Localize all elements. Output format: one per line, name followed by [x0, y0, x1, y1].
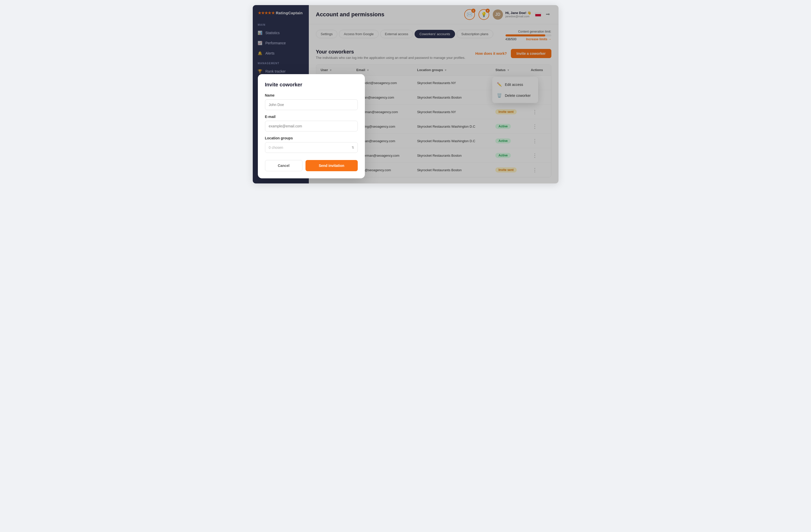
row-actions-button[interactable]: ⋮ — [531, 123, 539, 130]
sidebar-section-management: MANAGEMENT — [253, 58, 309, 66]
row-actions-button[interactable]: ⋮ — [531, 138, 539, 144]
limit-fill — [505, 34, 546, 36]
cell-status: Active — [491, 119, 526, 134]
email-label: E-mail — [265, 115, 358, 119]
cell-status: Invite sent — [491, 163, 526, 177]
limit-info: 438/500 Increase limits → — [505, 37, 551, 41]
topbar: Account and permissions ✉️ 2 💡 4 JD Hi, … — [309, 5, 558, 24]
col-status[interactable]: Status ▾ — [491, 64, 526, 76]
notifications-button[interactable]: ✉️ 2 — [464, 9, 475, 20]
language-flag[interactable] — [535, 13, 541, 17]
row-actions-button[interactable]: ⋮ — [531, 109, 539, 115]
ctx-edit-access[interactable]: ✏️ Edit access — [492, 79, 538, 90]
ctx-delete-coworker[interactable]: 🗑️ Delete coworker — [492, 90, 538, 101]
name-field: Name — [265, 93, 358, 110]
content-limit-bar: Content generation limit: 438/500 Increa… — [505, 30, 551, 41]
cell-location: Skyrocket Restaurants Washington D.C — [413, 119, 491, 134]
email-input[interactable] — [265, 121, 358, 132]
logout-button[interactable]: ⮕ — [545, 11, 551, 18]
tips-button[interactable]: 💡 4 — [478, 9, 489, 20]
tab-external[interactable]: External access — [380, 30, 413, 38]
cell-location: Skyrocket Restaurants NY — [413, 76, 491, 90]
app-wrapper: ★★★★★ RatingCaptain MAIN 📊 Statistics 📈 … — [253, 5, 558, 183]
status-badge: Active — [495, 124, 510, 129]
col-location[interactable]: Location groups ▾ — [413, 64, 491, 76]
cell-status: Active — [491, 134, 526, 148]
page-title: Account and permissions — [316, 11, 384, 18]
user-email: janedoe@mail.com — [505, 15, 532, 18]
edit-icon: ✏️ — [497, 82, 502, 87]
cell-location: Skyrocket Restaurants Boston — [413, 148, 491, 163]
cell-actions: ⋮ — [526, 163, 551, 177]
status-badge: Active — [495, 153, 510, 158]
tips-badge: 4 — [486, 9, 490, 13]
alerts-icon: 🔔 — [258, 51, 262, 56]
table-head: User ▾ Email ▾ Location groups ▾ Status … — [316, 64, 551, 76]
sidebar-item-alerts[interactable]: 🔔 Alerts — [253, 48, 309, 58]
row-actions-button[interactable]: ⋮ — [531, 152, 539, 158]
cell-actions: ⋮ — [526, 148, 551, 163]
tab-subscription[interactable]: Subscription plans — [457, 30, 493, 38]
topbar-right: ✉️ 2 💡 4 JD Hi, Jane Doe! 👋 janedoe@mail… — [464, 9, 551, 20]
name-label: Name — [265, 93, 358, 97]
modal-footer: Cancel Send invitation — [265, 160, 358, 171]
name-input[interactable] — [265, 100, 358, 110]
sidebar-logo: ★★★★★ RatingCaptain — [253, 5, 309, 20]
status-badge: Invite sent — [495, 167, 517, 172]
section-title-area: Your coworkers The individuals who can l… — [316, 49, 465, 60]
sidebar-item-label: Rank tracker — [265, 69, 286, 73]
increase-limits-link[interactable]: Increase limits → — [526, 37, 551, 41]
status-badge: Active — [495, 138, 510, 143]
limit-count: 438/500 — [505, 37, 517, 41]
tabs-row: Settings Access from Google External acc… — [316, 30, 493, 38]
tab-coworkers[interactable]: Coworkers' accounts — [415, 30, 455, 38]
cell-location: Skyrocket Restaurants Washington D.C — [413, 134, 491, 148]
sidebar-section-main: MAIN — [253, 20, 309, 28]
delete-icon: 🗑️ — [497, 93, 502, 98]
performance-icon: 📈 — [258, 41, 262, 45]
limit-track — [505, 34, 551, 36]
ctx-delete-label: Delete coworker — [505, 93, 531, 97]
cell-location: Skyrocket Restaurants Boston — [413, 163, 491, 177]
sidebar-item-label: Performance — [265, 41, 286, 45]
location-select-wrapper: 0 chosen ⇅ — [265, 142, 358, 153]
tab-settings[interactable]: Settings — [316, 30, 338, 38]
avatar: JD — [493, 10, 503, 20]
invite-coworker-modal: Invite coworker Name E-mail Location gro… — [258, 74, 365, 178]
section-header: Your coworkers The individuals who can l… — [316, 49, 551, 60]
send-invitation-button[interactable]: Send invitation — [306, 160, 358, 171]
col-actions: Actions — [526, 64, 551, 76]
tab-google[interactable]: Access from Google — [339, 30, 378, 38]
user-name: Hi, Jane Doe! 👋 — [505, 11, 532, 15]
sidebar-item-statistics[interactable]: 📊 Statistics — [253, 28, 309, 38]
cell-status: Invite sent — [491, 105, 526, 119]
ctx-edit-label: Edit access — [505, 82, 523, 87]
location-select[interactable]: 0 chosen — [265, 142, 358, 153]
cell-location: Skyrocket Restaurants NY — [413, 105, 491, 119]
col-email[interactable]: Email ▾ — [352, 64, 413, 76]
row-actions-button[interactable]: ⋮ — [531, 167, 539, 173]
cell-actions: ⋮ — [526, 119, 551, 134]
section-actions: How does it work? Invite a coworker — [475, 49, 551, 58]
status-badge: Invite sent — [495, 109, 517, 115]
section-description: The individuals who can log into the app… — [316, 56, 465, 60]
cell-actions: ⋮ — [526, 134, 551, 148]
email-field: E-mail — [265, 115, 358, 132]
location-field: Location groups 0 chosen ⇅ — [265, 136, 358, 153]
location-label: Location groups — [265, 136, 358, 140]
statistics-icon: 📊 — [258, 31, 262, 35]
rank-tracker-icon: 🏆 — [258, 69, 262, 74]
invite-coworker-button[interactable]: Invite a coworker — [511, 49, 551, 58]
user-info: Hi, Jane Doe! 👋 janedoe@mail.com — [505, 11, 532, 18]
col-user[interactable]: User ▾ — [316, 64, 352, 76]
cancel-button[interactable]: Cancel — [265, 160, 303, 171]
cell-location: Skyrocket Restaurants Boston — [413, 90, 491, 105]
section-title: Your coworkers — [316, 49, 465, 55]
cell-actions: ⋮ — [526, 105, 551, 119]
how-does-it-work-link[interactable]: How does it work? — [475, 51, 507, 56]
cell-status: Active — [491, 148, 526, 163]
limit-label: Content generation limit: — [518, 30, 551, 33]
context-menu: ✏️ Edit access 🗑️ Delete coworker — [492, 77, 538, 103]
sidebar-item-performance[interactable]: 📈 Performance — [253, 38, 309, 48]
notifications-badge: 2 — [471, 9, 475, 13]
